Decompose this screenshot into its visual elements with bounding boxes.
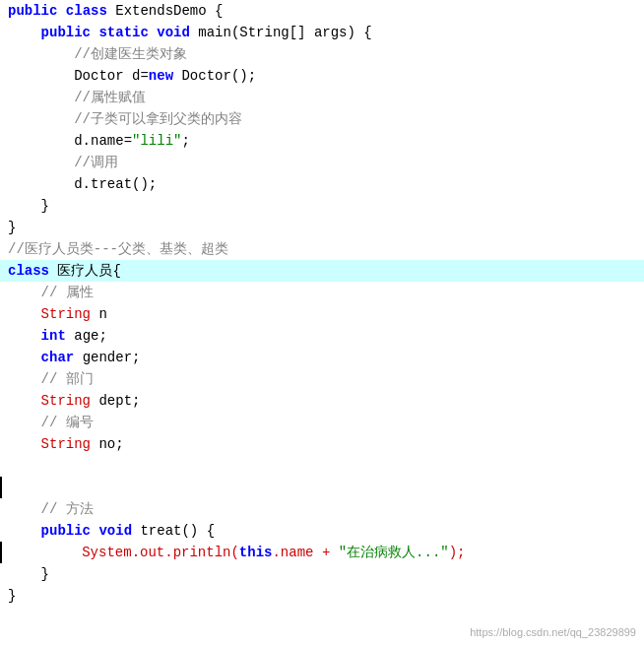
line-28-content: }	[0, 586, 644, 606]
line-22-content	[0, 456, 644, 476]
line-5-content: //属性赋值	[0, 88, 644, 107]
code-line-16: int age;	[0, 325, 644, 347]
line-27-content: }	[0, 564, 644, 584]
line-15-content: String n	[0, 304, 644, 324]
code-line-20: // 编号	[0, 412, 644, 433]
line-12-content: //医疗人员类---父类、基类、超类	[0, 239, 644, 259]
code-line-19: String dept;	[0, 390, 644, 412]
line-10-content: }	[0, 196, 644, 216]
line-21-content: String no;	[0, 434, 644, 454]
line-26-content: System.out.println(this.name + "在治病救人...…	[8, 543, 644, 562]
code-line-5: //属性赋值	[0, 87, 644, 108]
code-line-13: class 医疗人员{	[0, 260, 644, 282]
line-20-content: // 编号	[0, 413, 644, 432]
line-1-content: public class ExtendsDemo {	[0, 1, 644, 21]
code-line-28: }	[0, 585, 644, 607]
line-23-content	[8, 478, 644, 497]
code-line-17: char gender;	[0, 347, 644, 368]
code-line-6: //子类可以拿到父类的内容	[0, 108, 644, 130]
line-16-content: int age;	[0, 326, 644, 346]
line-17-content: char gender;	[0, 348, 644, 367]
code-line-25: public void treat() {	[0, 520, 644, 542]
code-line-4: Doctor d=new Doctor();	[0, 65, 644, 87]
code-line-3: //创建医生类对象	[0, 43, 644, 65]
code-line-23	[0, 477, 644, 498]
code-line-24: // 方法	[0, 498, 644, 520]
line-4-content: Doctor d=new Doctor();	[0, 66, 644, 86]
line-7-content: d.name="lili";	[0, 131, 644, 151]
code-line-22	[0, 455, 644, 477]
code-line-7: d.name="lili";	[0, 130, 644, 152]
line-3-content: //创建医生类对象	[0, 44, 644, 64]
code-line-14: // 属性	[0, 282, 644, 303]
code-line-18: // 部门	[0, 368, 644, 390]
code-line-10: }	[0, 195, 644, 217]
line-6-content: //子类可以拿到父类的内容	[0, 109, 644, 129]
code-line-1: public class ExtendsDemo {	[0, 0, 644, 22]
watermark: https://blog.csdn.net/qq_23829899	[470, 626, 636, 638]
line-24-content: // 方法	[0, 499, 644, 519]
code-line-8: //调用	[0, 152, 644, 173]
code-line-12: //医疗人员类---父类、基类、超类	[0, 238, 644, 260]
line-13-content: class 医疗人员{	[0, 261, 644, 281]
line-25-content: public void treat() {	[0, 521, 644, 541]
code-line-9: d.treat();	[0, 173, 644, 195]
line-2-content: public static void main(String[] args) {	[0, 23, 644, 42]
code-line-26: System.out.println(this.name + "在治病救人...…	[0, 542, 644, 563]
code-line-11: }	[0, 217, 644, 238]
code-line-21: String no;	[0, 433, 644, 455]
code-line-2: public static void main(String[] args) {	[0, 22, 644, 43]
code-line-15: String n	[0, 303, 644, 325]
code-editor: public class ExtendsDemo { public static…	[0, 0, 644, 646]
line-19-content: String dept;	[0, 391, 644, 411]
line-18-content: // 部门	[0, 369, 644, 389]
line-9-content: d.treat();	[0, 174, 644, 194]
line-8-content: //调用	[0, 153, 644, 172]
line-11-content: }	[0, 218, 644, 237]
line-14-content: // 属性	[0, 283, 644, 302]
code-line-27: }	[0, 563, 644, 585]
